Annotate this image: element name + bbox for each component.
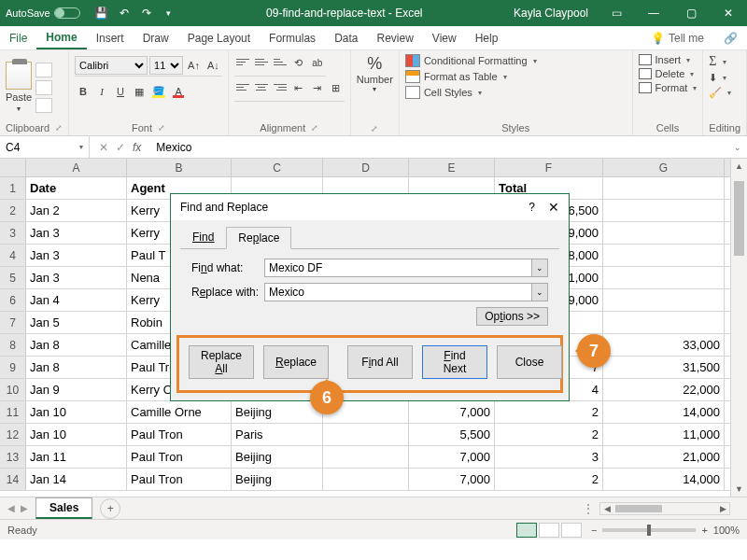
cell[interactable]: Jan 10: [26, 401, 127, 423]
align-bottom-icon[interactable]: [272, 54, 289, 69]
page-layout-view-button[interactable]: [539, 523, 559, 538]
scroll-down-icon[interactable]: ▼: [731, 482, 747, 497]
scroll-right-icon[interactable]: ▶: [716, 504, 729, 513]
cell[interactable]: 2: [495, 401, 603, 423]
clipboard-launcher-icon[interactable]: ⤢: [55, 123, 63, 133]
expand-formula-bar-icon[interactable]: ⌄: [728, 143, 747, 152]
row-header[interactable]: 11: [0, 401, 26, 423]
sheet-tab-sales[interactable]: Sales: [35, 497, 92, 519]
cell[interactable]: Jan 5: [26, 312, 127, 333]
col-header-d[interactable]: D: [323, 159, 409, 176]
add-sheet-button[interactable]: +: [100, 498, 120, 519]
row-header[interactable]: 8: [0, 334, 26, 356]
cell[interactable]: Jan 8: [26, 357, 127, 378]
row-header[interactable]: 12: [0, 424, 26, 445]
col-header-f[interactable]: F: [495, 159, 603, 176]
cell[interactable]: Jan 3: [26, 245, 127, 266]
paste-button[interactable]: Paste ▾: [6, 62, 32, 113]
cell[interactable]: 7,000: [409, 469, 495, 490]
cell[interactable]: 5,500: [409, 424, 495, 445]
row-header[interactable]: 9: [0, 357, 26, 378]
tab-formulas[interactable]: Formulas: [260, 26, 325, 49]
cell[interactable]: Jan 14: [26, 469, 127, 490]
italic-button[interactable]: I: [93, 83, 110, 100]
underline-button[interactable]: U: [112, 83, 129, 100]
zoom-in-icon[interactable]: +: [701, 525, 707, 536]
cell[interactable]: 21,000: [603, 446, 725, 468]
minimize-icon[interactable]: —: [635, 0, 672, 26]
cell[interactable]: 3: [495, 446, 603, 468]
row-header[interactable]: 1: [0, 177, 26, 199]
cell[interactable]: [603, 245, 725, 266]
cell[interactable]: Beijing: [232, 469, 323, 490]
cell[interactable]: Date: [26, 177, 127, 199]
cell[interactable]: Jan 3: [26, 222, 127, 244]
cell[interactable]: 31,500: [603, 357, 725, 378]
tab-replace[interactable]: Replace: [226, 227, 291, 249]
find-what-input[interactable]: Mexico DF⌄: [264, 259, 548, 277]
scroll-thumb[interactable]: [734, 181, 744, 256]
replace-with-input[interactable]: Mexico⌄: [264, 283, 548, 301]
align-center-icon[interactable]: [253, 79, 270, 94]
cancel-formula-icon[interactable]: ✕: [99, 141, 108, 154]
font-color-button[interactable]: A: [170, 83, 187, 100]
borders-button[interactable]: ▦: [131, 83, 148, 100]
tab-insert[interactable]: Insert: [87, 26, 134, 49]
delete-cells-button[interactable]: Delete▾: [639, 68, 695, 79]
horizontal-scrollbar[interactable]: ◀ ▶: [599, 502, 730, 515]
col-header-c[interactable]: C: [232, 159, 323, 176]
user-name[interactable]: Kayla Claypool: [504, 7, 598, 20]
formula-input[interactable]: Mexico: [150, 141, 728, 154]
share-button[interactable]: 🔗: [713, 32, 747, 45]
alignment-launcher-icon[interactable]: ⤢: [311, 123, 318, 133]
close-button[interactable]: Close: [497, 345, 562, 379]
cell[interactable]: Camille Orne: [127, 401, 232, 423]
dialog-close-icon[interactable]: ✕: [548, 200, 559, 215]
wrap-text-button[interactable]: ab: [309, 54, 326, 71]
cell[interactable]: 14,000: [603, 469, 725, 490]
cell[interactable]: Beijing: [232, 401, 323, 423]
fx-icon[interactable]: fx: [133, 141, 141, 154]
scroll-up-icon[interactable]: ▲: [731, 159, 747, 174]
cell[interactable]: Jan 8: [26, 334, 127, 356]
number-launcher-icon[interactable]: ⤢: [371, 124, 378, 133]
find-next-button[interactable]: Find Next: [422, 345, 487, 379]
dialog-titlebar[interactable]: Find and Replace ? ✕: [171, 194, 569, 220]
cell[interactable]: 33,000: [603, 334, 725, 356]
align-top-icon[interactable]: [234, 54, 251, 69]
decrease-font-icon[interactable]: A↓: [204, 57, 222, 74]
tab-help[interactable]: Help: [466, 26, 508, 49]
cell[interactable]: Jan 9: [26, 379, 127, 400]
cell[interactable]: [603, 312, 725, 333]
page-break-view-button[interactable]: [561, 523, 582, 538]
qat-customize-icon[interactable]: ▾: [159, 3, 179, 23]
vertical-scrollbar[interactable]: ▲ ▼: [730, 159, 747, 497]
decrease-indent-icon[interactable]: ⇤: [290, 79, 307, 96]
cell[interactable]: Jan 11: [26, 446, 127, 468]
font-launcher-icon[interactable]: ⤢: [158, 123, 165, 133]
cell[interactable]: Jan 4: [26, 289, 127, 311]
cell[interactable]: 14,000: [603, 401, 725, 423]
cell[interactable]: Beijing: [232, 446, 323, 468]
cell[interactable]: [323, 424, 409, 445]
chevron-down-icon[interactable]: ⌄: [531, 259, 547, 276]
scroll-left-icon[interactable]: ◀: [600, 504, 613, 513]
font-name-select[interactable]: Calibri: [75, 56, 148, 75]
format-cells-button[interactable]: Format▾: [639, 82, 698, 93]
maximize-icon[interactable]: ▢: [672, 0, 710, 26]
cell[interactable]: [603, 289, 725, 311]
cell[interactable]: [323, 469, 409, 490]
cell[interactable]: Paul Tron: [127, 446, 232, 468]
tab-review[interactable]: Review: [367, 26, 422, 49]
enter-formula-icon[interactable]: ✓: [116, 141, 125, 154]
increase-indent-icon[interactable]: ⇥: [309, 79, 326, 96]
cell[interactable]: [603, 177, 725, 199]
tab-view[interactable]: View: [423, 26, 466, 49]
font-size-select[interactable]: 11: [149, 56, 183, 75]
align-middle-icon[interactable]: [253, 54, 270, 69]
undo-icon[interactable]: ↶: [114, 3, 134, 23]
hscroll-thumb[interactable]: [615, 505, 662, 512]
bold-button[interactable]: B: [75, 83, 92, 100]
tab-draw[interactable]: Draw: [134, 26, 178, 49]
merge-button[interactable]: ⊞: [328, 79, 345, 96]
